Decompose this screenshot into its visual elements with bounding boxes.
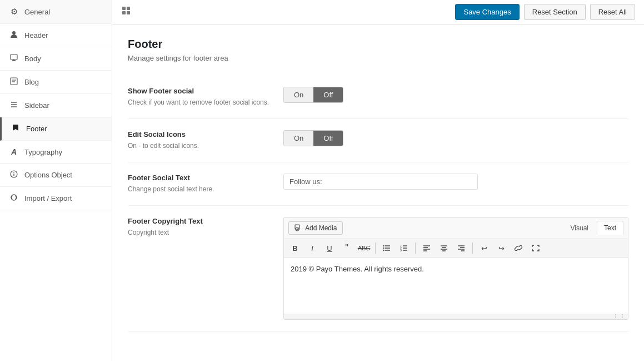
blog-icon	[9, 77, 19, 87]
align-right-button[interactable]	[453, 241, 469, 255]
sidebar-item-label: Blog	[24, 78, 39, 86]
import-export-icon	[9, 194, 19, 203]
svg-point-23	[383, 248, 384, 249]
svg-point-21	[383, 245, 384, 246]
reset-all-button[interactable]: Reset All	[590, 4, 635, 20]
svg-rect-16	[127, 11, 130, 14]
setting-edit-social-icons: Edit Social Icons On - to edit social ic…	[128, 119, 628, 162]
svg-text:3.: 3.	[400, 249, 402, 251]
sidebar-item-blog[interactable]: Blog	[0, 71, 112, 94]
toolbar-separator	[415, 243, 416, 254]
sidebar-item-label: Sidebar	[24, 101, 49, 110]
bold-button[interactable]: B	[287, 241, 303, 255]
fullscreen-button[interactable]	[528, 241, 543, 255]
sidebar-item-label: Import / Export	[24, 194, 72, 202]
text-control-footer-social-text	[283, 174, 628, 190]
editor-toolbar: B I U " ABC 1.2.3.	[284, 239, 628, 258]
setting-label: Footer Copyright Text	[128, 217, 272, 225]
toggle-control-show-footer-social: On Off	[283, 87, 628, 103]
setting-label-area: Footer Copyright Text Copyright text	[128, 217, 272, 238]
strikethrough-button[interactable]: ABC	[356, 241, 372, 255]
svg-rect-15	[122, 11, 126, 14]
toggle-on-show-footer-social[interactable]: On	[284, 87, 313, 102]
tab-text[interactable]: Text	[597, 221, 623, 235]
svg-point-12	[13, 172, 14, 173]
setting-footer-social-text: Footer Social Text Change post social te…	[128, 162, 628, 206]
setting-label: Footer Social Text	[128, 174, 272, 182]
page-subtitle: Manage settings for footer area	[128, 54, 628, 62]
align-left-button[interactable]	[419, 241, 435, 255]
sidebar-item-options-object[interactable]: Options Object	[0, 164, 112, 187]
ordered-list-button[interactable]: 1.2.3.	[396, 241, 412, 255]
setting-label: Edit Social Icons	[128, 130, 272, 139]
toggle-control-edit-social-icons: On Off	[283, 130, 628, 146]
topbar: Save Changes Reset Section Reset All	[112, 0, 644, 24]
sidebar-item-header[interactable]: Header	[0, 24, 112, 47]
svg-rect-4	[11, 78, 17, 85]
undo-button[interactable]: ↩	[476, 241, 492, 255]
svg-rect-1	[11, 55, 17, 60]
reset-section-button[interactable]: Reset Section	[524, 4, 586, 20]
monitor-icon	[9, 54, 19, 63]
sidebar-item-label: General	[24, 8, 50, 16]
underline-button[interactable]: U	[322, 241, 337, 255]
setting-desc: Change post social text here.	[128, 184, 272, 194]
setting-label-area: Show Footer social Check if you want to …	[128, 87, 272, 107]
sidebar-item-label: Header	[24, 31, 48, 39]
sidebar-item-footer[interactable]: Footer	[0, 117, 112, 141]
toggle-group: On Off	[283, 130, 343, 146]
setting-desc: Copyright text	[128, 228, 272, 238]
toggle-on-edit-social-icons[interactable]: On	[284, 131, 313, 146]
sidebar-item-label: Typography	[24, 148, 62, 156]
grid-icon[interactable]	[121, 6, 131, 18]
editor-wrapper: Add Media Visual Text B I U "	[283, 217, 628, 320]
add-media-button[interactable]: Add Media	[288, 221, 343, 235]
svg-point-0	[12, 31, 16, 34]
footer-social-text-input[interactable]	[283, 174, 478, 190]
setting-label-area: Footer Social Text Change post social te…	[128, 174, 272, 194]
sidebar-item-general[interactable]: ⚙ General	[0, 0, 112, 24]
setting-desc: Check if you want to remove footer socia…	[128, 97, 272, 107]
sidebar-item-sidebar[interactable]: Sidebar	[0, 94, 112, 117]
info-icon	[9, 170, 19, 180]
page-title: Footer	[128, 38, 628, 51]
setting-label: Show Footer social	[128, 87, 272, 95]
toggle-off-edit-social-icons[interactable]: Off	[313, 131, 343, 146]
editor-content: 2019 © Payo Themes. All rights reserved.	[291, 265, 424, 273]
setting-footer-copyright-text: Footer Copyright Text Copyright text Add…	[128, 206, 628, 332]
toggle-off-show-footer-social[interactable]: Off	[313, 87, 343, 102]
italic-button[interactable]: I	[304, 241, 320, 255]
editor-body[interactable]: 2019 © Payo Themes. All rights reserved.	[284, 258, 628, 314]
sidebar-item-label: Options Object	[24, 171, 72, 179]
content-area: Footer Manage settings for footer area S…	[112, 24, 644, 361]
unordered-list-button[interactable]	[379, 241, 395, 255]
svg-point-25	[383, 250, 384, 251]
svg-rect-3	[13, 60, 14, 61]
link-button[interactable]	[511, 241, 526, 255]
sidebar-item-body[interactable]: Body	[0, 47, 112, 71]
sidebar-item-import-export[interactable]: Import / Export	[0, 187, 112, 210]
redo-button[interactable]: ↪	[493, 241, 509, 255]
main-panel: Save Changes Reset Section Reset All Foo…	[112, 0, 644, 361]
footer-bookmark-icon	[11, 124, 21, 133]
blockquote-button[interactable]: "	[339, 241, 355, 255]
editor-resize-handle[interactable]: ⋮⋮	[284, 314, 628, 319]
gear-icon: ⚙	[9, 7, 19, 17]
sidebar-item-label: Footer	[26, 125, 47, 133]
toolbar-separator	[375, 243, 376, 254]
typography-icon: A	[9, 147, 19, 156]
svg-rect-14	[127, 7, 130, 10]
toggle-group: On Off	[283, 87, 343, 103]
user-icon	[9, 31, 19, 40]
setting-desc: On - to edit social icons.	[128, 141, 272, 151]
tab-visual[interactable]: Visual	[563, 221, 596, 235]
sidebar: ⚙ General Header Body Blog Sidebar Foote…	[0, 0, 112, 361]
sidebar-item-typography[interactable]: A Typography	[0, 141, 112, 164]
sidebar-icon	[9, 101, 19, 110]
save-changes-button[interactable]: Save Changes	[455, 4, 519, 20]
add-media-bar: Add Media Visual Text	[284, 217, 628, 239]
editor-control-footer-copyright: Add Media Visual Text B I U "	[283, 217, 628, 320]
svg-rect-13	[122, 7, 126, 10]
align-center-button[interactable]	[436, 241, 452, 255]
add-media-label: Add Media	[305, 224, 337, 232]
